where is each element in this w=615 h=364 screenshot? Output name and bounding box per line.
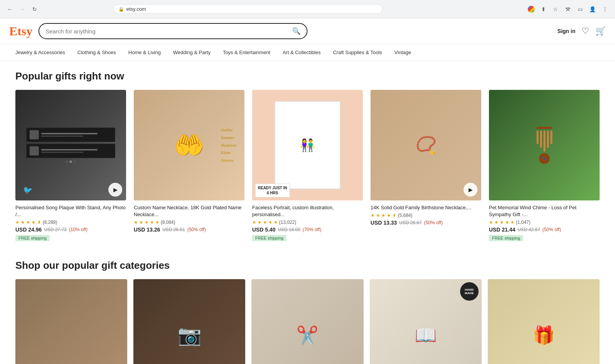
product-stars-2: ★ ★ ★ ★ ★ (8,084) (134, 220, 244, 225)
price-discount-1: (10% off) (69, 227, 87, 232)
product-card-1[interactable]: 🐦 ▶ Personalised Song Plaque With Stand,… (15, 90, 126, 241)
star-4: ★ (32, 220, 36, 225)
address-bar[interactable]: 🔒 etsy.com (113, 4, 382, 14)
search-button[interactable]: 🔍 (292, 27, 301, 35)
free-shipping-badge-3: FREE shipping (252, 235, 286, 241)
wishlist-button[interactable]: ♡ (582, 26, 589, 36)
category-card-1[interactable]: 🌾 (15, 279, 127, 364)
decorative-bird: 🐦 (23, 185, 33, 195)
google-icon[interactable] (526, 4, 537, 15)
play-button-overlay-1[interactable]: ▶ (108, 183, 122, 197)
nav-toys[interactable]: Toys & Entertainment (217, 47, 277, 58)
category-card-3[interactable]: ✂️ (251, 279, 363, 364)
nav-wedding[interactable]: Wedding & Party (167, 47, 216, 58)
category-image-2: 📷 (133, 279, 245, 364)
nav-art[interactable]: Art & Collectibles (276, 47, 327, 58)
category-image-4: 📖 HANDMADE (370, 279, 482, 364)
product-image-5: SHIP NEXT DAY 🐾 (489, 90, 600, 200)
product-stars-4: ★ ★ ★ ★ ⯨ (5,684) (371, 213, 481, 218)
price-current-3: USD 5.40 (252, 227, 276, 233)
main-content: Popular gifts right now (0, 61, 615, 364)
categories-grid: 🌾 📷 ✂️ 📖 HANDMADE 🎁 (15, 279, 600, 364)
reload-button[interactable]: ↻ (29, 4, 40, 15)
product-image-4: 📿 ▶ (371, 90, 481, 200)
product-card-3[interactable]: 👫 READY JUST IN6 HRS Faceless Portrait, … (252, 90, 363, 241)
review-count-1: (8,289) (43, 220, 57, 225)
price-original-3: USD 18.00 (278, 227, 301, 232)
category-card-4[interactable]: 📖 HANDMADE (370, 279, 482, 364)
price-row-3: USD 5.40 USD 18.00 (70% off) (252, 227, 363, 233)
nav-home[interactable]: Home & Living (122, 47, 167, 58)
portrait-frame: 👫 (274, 101, 341, 189)
star-2: ★ (139, 220, 143, 225)
etsy-header: Etsy 🔍 Sign in ♡ 🛒 (0, 18, 615, 44)
star-1: ★ (134, 220, 138, 225)
share-icon[interactable]: ⬆ (538, 4, 549, 15)
extensions-icon[interactable]: ⚒ (563, 4, 573, 15)
product-stars-1: ★ ★ ★ ★ ⯨ (8,289) (15, 220, 126, 225)
necklace-names: DahliaSummerMadelineElenaSimona (221, 126, 237, 164)
price-row-4: USD 13.33 USD 26.67 (50% off) (371, 220, 481, 226)
products-grid: 🐦 ▶ Personalised Song Plaque With Stand,… (15, 90, 600, 241)
review-count-5: (1,047) (516, 220, 530, 225)
handmade-badge: HANDMADE (460, 282, 479, 301)
nav-clothing[interactable]: Clothing & Shoes (71, 47, 122, 58)
star-3: ★ (145, 220, 149, 225)
category-image-1: 🌾 (15, 279, 127, 364)
categories-section-title: Shop our popular gift categories (15, 260, 600, 271)
price-original-1: USD 27.73 (44, 227, 66, 232)
browser-tab-icon[interactable]: ▭ (575, 4, 586, 15)
play-button-overlay-4[interactable]: ▶ (464, 183, 477, 197)
product-card-5[interactable]: SHIP NEXT DAY 🐾 Pet (489, 90, 600, 241)
nav-vintage[interactable]: Vintage (388, 47, 417, 58)
product-stars-3: ★ ★ ★ ★ ★ (13,022) (252, 220, 363, 225)
url-text: etsy.com (126, 6, 377, 12)
price-original-5: USD 42.87 (517, 227, 540, 232)
free-shipping-badge-5: FREE shipping (489, 235, 523, 241)
forward-button[interactable]: → (17, 4, 28, 15)
price-current-4: USD 13.33 (371, 220, 397, 226)
sign-in-button[interactable]: Sign in (557, 28, 575, 34)
bookmark-icon[interactable]: ☆ (550, 4, 561, 15)
review-count-3: (13,022) (279, 220, 296, 225)
etsy-logo[interactable]: Etsy (9, 24, 32, 38)
browser-nav-buttons: ← → ↻ (5, 4, 40, 15)
free-shipping-badge-1: FREE shipping (15, 235, 50, 241)
header-actions: Sign in ♡ 🛒 (557, 26, 606, 36)
product-image-2: 🤲 DahliaSummerMadelineElenaSimona (134, 90, 244, 200)
star-1: ★ (15, 220, 20, 225)
popular-section-title: Popular gifts right now (15, 70, 600, 82)
menu-icon[interactable]: ⋮ (600, 4, 610, 15)
price-discount-2: (50% off) (187, 227, 206, 232)
star-5: ⯨ (37, 220, 42, 225)
category-card-2[interactable]: 📷 (133, 279, 245, 364)
wind-chime-visual: 🐾 (537, 127, 552, 164)
search-input[interactable] (45, 28, 289, 35)
product-card-2[interactable]: 🤲 DahliaSummerMadelineElenaSimona Custom… (134, 90, 244, 241)
browser-chrome: ← → ↻ 🔒 etsy.com ⬆ ☆ ⚒ ▭ 👤 ⋮ (0, 0, 615, 18)
product-card-4[interactable]: 📿 ▶ 14K Solid Gold Family Birthstone Nec… (371, 90, 481, 241)
nav-jewelry[interactable]: Jewelry & Accessories (9, 47, 71, 58)
profile-icon[interactable]: 👤 (587, 4, 598, 15)
search-bar: 🔍 (38, 23, 308, 39)
review-count-4: (5,684) (398, 213, 412, 218)
star-4: ★ (150, 220, 154, 225)
main-nav: Jewelry & Accessories Clothing & Shoes H… (0, 44, 615, 61)
category-card-5[interactable]: 🎁 (488, 279, 600, 364)
cart-button[interactable]: 🛒 (595, 26, 606, 36)
star-5: ★ (155, 220, 160, 225)
price-row-1: USD 24.96 USD 27.73 (10% off) (15, 227, 126, 233)
review-count-2: (8,084) (161, 220, 175, 225)
price-row-2: USD 13.26 USD 26.51 (50% off) (134, 227, 244, 233)
nav-craft[interactable]: Craft Supplies & Tools (327, 47, 388, 58)
ready-badge: READY JUST IN6 HRS (255, 184, 290, 197)
category-image-5: 🎁 (488, 279, 600, 364)
product-image-3: 👫 READY JUST IN6 HRS (252, 90, 363, 200)
price-current-1: USD 24.96 (15, 227, 42, 233)
price-discount-4: (50% off) (424, 220, 442, 225)
back-button[interactable]: ← (5, 4, 15, 15)
price-current-2: USD 13.26 (134, 227, 160, 233)
product-image-1: 🐦 ▶ (15, 90, 126, 200)
price-row-5: USD 21.44 USD 42.87 (50% off) (489, 227, 600, 233)
star-3: ★ (26, 220, 30, 225)
